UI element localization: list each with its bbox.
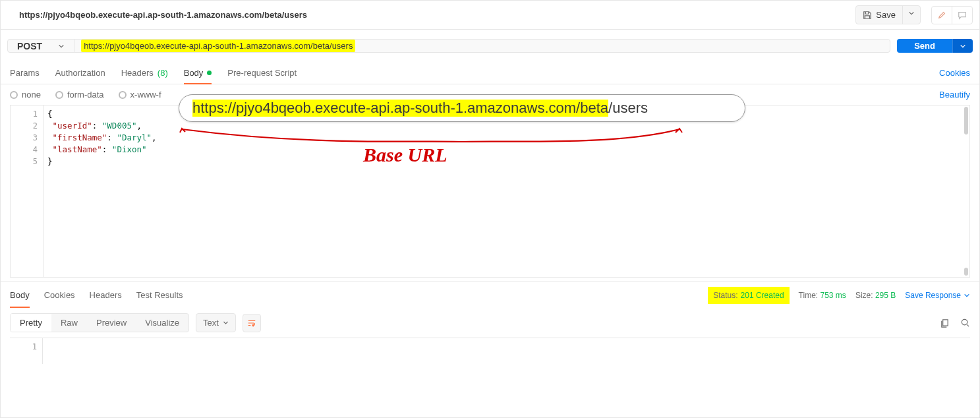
line-number: 3: [16, 132, 38, 144]
title-actions: Save: [855, 5, 973, 24]
save-split-button: Save: [855, 5, 921, 24]
radio-formdata-label: form-data: [67, 90, 104, 100]
json-value: "Daryl": [117, 133, 152, 142]
line-number: 4: [16, 144, 38, 156]
radio-none-label: none: [22, 90, 41, 100]
response-tab-test-results[interactable]: Test Results: [136, 282, 183, 308]
format-select[interactable]: Text: [196, 313, 236, 332]
url-text: https://pjyo4bqeob.execute-api.ap-south-…: [81, 40, 355, 52]
time-value: 753 ms: [821, 291, 846, 300]
app-root: https://pjyo4bqeob.execute-api.ap-south-…: [0, 0, 980, 418]
size-label: Size:: [855, 291, 873, 300]
save-icon: [863, 11, 872, 20]
response-toolbar-right: [940, 318, 970, 328]
json-key: "lastName": [53, 144, 102, 154]
brace: {: [47, 109, 53, 119]
chevron-down-icon: [964, 292, 970, 299]
save-response-button[interactable]: Save Response: [905, 291, 970, 300]
time-stat: Time: 753 ms: [799, 291, 846, 300]
request-title: https://pjyo4bqeob.execute-api.ap-south-…: [19, 10, 307, 20]
scrollbar-thumb[interactable]: [964, 107, 968, 134]
brace: }: [47, 156, 53, 166]
response-toolbar: Pretty Raw Preview Visualize Text: [1, 308, 979, 338]
body-type-row: none form-data x-www-f Beautify: [1, 84, 979, 105]
response-tab-cookies[interactable]: Cookies: [44, 282, 75, 308]
tab-headers-label: Headers: [121, 68, 154, 78]
chevron-down-icon: [58, 43, 65, 49]
view-visualize[interactable]: Visualize: [136, 314, 188, 332]
response-tab-headers[interactable]: Headers: [90, 282, 122, 308]
send-dropdown[interactable]: [952, 39, 973, 53]
copy-icon-button[interactable]: [940, 318, 950, 328]
edit-icon-button[interactable]: [932, 7, 952, 24]
editor-code[interactable]: { "userId": "WD005", "firstName": "Daryl…: [43, 105, 969, 277]
radio-circle-icon: [119, 91, 127, 99]
request-body-editor[interactable]: 1 2 3 4 5 { "userId": "WD005", "firstNam…: [10, 105, 970, 278]
save-label: Save: [876, 10, 896, 20]
size-stat: Size: 295 B: [855, 291, 896, 300]
response-tabs-row: Body Cookies Headers Test Results Status…: [1, 282, 979, 308]
line-number: 5: [16, 156, 38, 167]
json-key: "firstName": [53, 133, 107, 142]
format-value: Text: [203, 318, 219, 328]
method-select[interactable]: POST: [8, 40, 74, 52]
json-value: "WD005": [102, 121, 137, 131]
line-number: 2: [16, 120, 38, 132]
beautify-link[interactable]: Beautify: [939, 90, 970, 100]
tab-body-label: Body: [184, 68, 204, 78]
view-raw[interactable]: Raw: [51, 314, 87, 332]
status-badge: Status: 201 Created: [708, 287, 789, 304]
status-label: Status:: [713, 291, 737, 300]
response-gutter: 1: [10, 338, 43, 364]
chevron-down-icon: [908, 10, 915, 16]
radio-none[interactable]: none: [10, 90, 41, 100]
size-value: 295 B: [875, 291, 896, 300]
response-tabs: Body Cookies Headers Test Results: [10, 282, 183, 308]
chevron-down-icon: [223, 320, 229, 326]
status-value: 201 Created: [741, 291, 784, 300]
save-dropdown[interactable]: [902, 6, 920, 24]
radio-xwww[interactable]: x-www-f: [119, 90, 161, 100]
response-tab-body[interactable]: Body: [10, 282, 30, 308]
method-value: POST: [17, 41, 42, 51]
tab-headers[interactable]: Headers (8): [121, 62, 168, 84]
response-editor[interactable]: 1: [10, 338, 970, 364]
save-response-label: Save Response: [905, 291, 961, 300]
cookies-link[interactable]: Cookies: [939, 68, 970, 78]
tab-body[interactable]: Body: [184, 62, 212, 84]
modified-dot-icon: [207, 71, 212, 75]
title-extra-actions: [931, 6, 973, 24]
request-tabs: Params Authorization Headers (8) Body Pr…: [1, 62, 979, 84]
save-button[interactable]: Save: [856, 6, 902, 24]
view-pretty[interactable]: Pretty: [11, 314, 51, 332]
json-key: "userId": [53, 121, 92, 131]
editor-gutter: 1 2 3 4 5: [11, 105, 43, 277]
view-mode-segment: Pretty Raw Preview Visualize: [10, 313, 189, 332]
json-value: "Dixon": [112, 144, 147, 154]
view-preview[interactable]: Preview: [87, 314, 136, 332]
response-status-area: Status: 201 Created Time: 753 ms Size: 2…: [708, 287, 970, 304]
tab-params[interactable]: Params: [10, 62, 40, 84]
title-bar: https://pjyo4bqeob.execute-api.ap-south-…: [1, 1, 979, 30]
response-code[interactable]: [43, 338, 970, 364]
request-bar: POST https://pjyo4bqeob.execute-api.ap-s…: [7, 39, 890, 53]
body-type-options: none form-data x-www-f: [10, 90, 161, 100]
search-icon-button[interactable]: [960, 318, 970, 328]
wrap-lines-button[interactable]: [243, 314, 261, 332]
svg-point-0: [962, 319, 967, 324]
tab-authorization[interactable]: Authorization: [55, 62, 105, 84]
comment-icon-button[interactable]: [952, 7, 972, 24]
scrollbar-thumb[interactable]: [964, 268, 968, 276]
radio-xwww-label: x-www-f: [130, 90, 161, 100]
request-tabs-left: Params Authorization Headers (8) Body Pr…: [10, 62, 297, 84]
tab-prerequest[interactable]: Pre-request Script: [227, 62, 297, 84]
radio-formdata[interactable]: form-data: [55, 90, 104, 100]
chevron-down-icon: [960, 43, 966, 49]
time-label: Time:: [799, 291, 819, 300]
url-input[interactable]: https://pjyo4bqeob.execute-api.ap-south-…: [74, 40, 890, 52]
headers-count: (8): [158, 68, 168, 78]
line-number: 1: [15, 341, 37, 353]
radio-circle-icon: [10, 91, 18, 99]
send-button[interactable]: Send: [897, 39, 952, 53]
request-row: POST https://pjyo4bqeob.execute-api.ap-s…: [1, 30, 979, 62]
